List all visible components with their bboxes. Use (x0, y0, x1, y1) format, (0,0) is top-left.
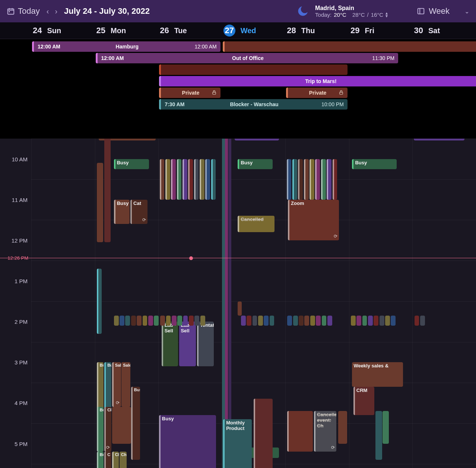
calendar-event[interactable] (112, 407, 131, 443)
allday-event[interactable] (159, 64, 348, 75)
calendar-event[interactable]: Busy (238, 159, 273, 169)
calendar-event[interactable]: Busy (131, 387, 140, 460)
calendar-event[interactable] (292, 159, 297, 200)
calendar-event[interactable] (160, 316, 165, 326)
calendar-event[interactable] (235, 139, 279, 140)
calendar-event[interactable]: Busy (159, 415, 216, 468)
today-button[interactable]: Today (7, 6, 40, 16)
calendar-event[interactable] (97, 269, 102, 334)
calendar-event[interactable] (351, 316, 356, 326)
allday-event[interactable]: 7:30 AMBlocker - Warschau10:00 PM (159, 99, 348, 110)
day-column-header[interactable]: 27Wed (222, 22, 286, 39)
calendar-event[interactable] (316, 316, 321, 326)
calendar-event[interactable] (97, 163, 103, 242)
calendar-event[interactable] (327, 159, 331, 200)
weather-widget[interactable]: Madrid, Spain Today: 20°C 28°C/ 16°C ▴▾ (296, 5, 388, 18)
next-week-button[interactable]: › (55, 7, 57, 16)
calendar-event[interactable]: Busy (114, 200, 130, 224)
calendar-event[interactable] (205, 159, 210, 200)
calendar-event[interactable]: Lab - Sell (179, 322, 196, 366)
calendar-event[interactable]: Sale (121, 362, 130, 407)
calendar-event[interactable] (189, 316, 194, 326)
allday-event[interactable]: Private (286, 88, 348, 98)
calendar-event[interactable] (415, 316, 419, 326)
day-column-header[interactable]: 24Sun (31, 22, 95, 39)
calendar-event[interactable] (315, 159, 320, 200)
calendar-event[interactable] (171, 159, 176, 200)
calendar-event[interactable]: Ch (120, 452, 127, 468)
calendar-event[interactable] (222, 139, 225, 468)
calendar-event[interactable] (414, 139, 464, 140)
calendar-event[interactable] (374, 316, 378, 326)
view-switcher[interactable]: Week ⌄ (417, 6, 469, 16)
calendar-event[interactable] (183, 316, 188, 326)
calendar-event[interactable] (177, 159, 182, 200)
calendar-event[interactable] (380, 316, 384, 326)
calendar-event[interactable] (104, 139, 111, 242)
calendar-event[interactable] (338, 411, 347, 443)
calendar-event[interactable]: Sale⟳ (112, 362, 121, 407)
calendar-event[interactable]: Busy (97, 407, 104, 452)
calendar-event[interactable] (304, 159, 309, 200)
calendar-event[interactable] (264, 316, 269, 326)
allday-event[interactable]: 12:00 AMHamburg12:00 AM (32, 41, 220, 52)
calendar-event[interactable] (194, 316, 199, 326)
calendar-event[interactable] (166, 316, 171, 326)
calendar-event[interactable] (287, 411, 312, 452)
calendar-event[interactable] (391, 316, 396, 326)
calendar-event[interactable] (241, 316, 246, 326)
allday-event[interactable]: Private (159, 88, 220, 98)
calendar-event[interactable] (327, 316, 332, 326)
calendar-event[interactable]: Bu (97, 452, 104, 468)
calendar-event[interactable] (125, 316, 130, 326)
day-column-header[interactable]: 29Fri (349, 22, 413, 39)
calendar-event[interactable]: C⟳ (104, 452, 111, 468)
calendar-event[interactable] (247, 316, 251, 326)
prev-week-button[interactable]: ‹ (47, 7, 49, 16)
calendar-event[interactable] (148, 316, 153, 326)
calendar-event[interactable] (160, 159, 165, 200)
calendar-event[interactable] (188, 159, 193, 200)
calendar-event[interactable]: CRM (353, 387, 374, 415)
calendar-event[interactable] (228, 139, 231, 468)
calendar-event[interactable] (143, 316, 147, 326)
calendar-event[interactable] (200, 159, 204, 200)
calendar-event[interactable]: Cancelled event: Ch⟳ (314, 411, 336, 452)
calendar-event[interactable] (258, 316, 263, 326)
calendar-event[interactable] (304, 316, 309, 326)
calendar-event[interactable] (114, 316, 119, 326)
calendar-event[interactable] (238, 301, 241, 316)
calendar-event[interactable] (362, 316, 367, 326)
calendar-event[interactable] (287, 159, 292, 200)
calendar-event[interactable]: CRM⟳ (104, 407, 111, 452)
calendar-event[interactable] (131, 316, 136, 326)
calendar-event[interactable] (321, 159, 326, 200)
calendar-event[interactable]: Busy (114, 159, 149, 169)
calendar-event[interactable]: Ch (112, 452, 119, 468)
calendar-event[interactable] (254, 399, 273, 468)
calendar-event[interactable] (200, 316, 205, 326)
calendar-event[interactable] (356, 316, 361, 326)
calendar-event[interactable] (194, 159, 199, 200)
calendar-event[interactable] (172, 316, 177, 326)
calendar-event[interactable]: Lab - Sell (162, 322, 178, 366)
calendar-event[interactable]: Busy (352, 159, 396, 169)
allday-event[interactable]: 12:00 AMOut of Office11:30 PM (96, 53, 399, 63)
calendar-event[interactable] (322, 316, 327, 326)
timed-grid[interactable]: 10 AM11 AM12 PM1 PM2 PM3 PM4 PM5 PM Busy… (0, 139, 476, 468)
calendar-event[interactable] (183, 159, 187, 200)
allday-event[interactable] (223, 41, 476, 52)
calendar-event[interactable] (177, 316, 182, 326)
day-column-header[interactable]: 30Sat (412, 22, 476, 39)
calendar-event[interactable] (211, 159, 216, 200)
day-column-header[interactable]: 26Tue (158, 22, 222, 39)
calendar-event[interactable] (137, 316, 142, 326)
day-column-header[interactable]: 28Thu (285, 22, 349, 39)
calendar-event[interactable] (420, 316, 425, 326)
day-column-header[interactable]: 25Mon (95, 22, 159, 39)
calendar-event[interactable] (333, 159, 337, 200)
allday-zone[interactable]: 12:00 AMHamburg12:00 AM12:00 AMOut of Of… (0, 39, 476, 139)
calendar-event[interactable]: Monthly Product (223, 419, 252, 468)
calendar-event[interactable] (383, 411, 389, 443)
calendar-event[interactable] (120, 316, 124, 326)
